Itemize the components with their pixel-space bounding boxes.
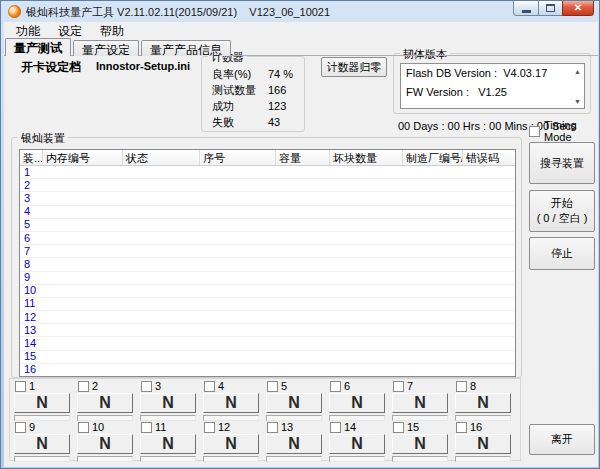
port-status-button[interactable]: N: [203, 434, 259, 454]
port-checkbox[interactable]: [456, 422, 467, 433]
counter-row: 测试数量166: [202, 82, 304, 98]
port-checkbox[interactable]: [141, 422, 152, 433]
devices-table-body: 12345678910111213141516: [20, 166, 515, 377]
counter-reset-button[interactable]: 计数器归零: [321, 57, 387, 77]
port-checkbox-row: 16: [456, 421, 518, 433]
menu-item-function[interactable]: 功能: [7, 22, 49, 38]
port-status-button[interactable]: N: [392, 393, 448, 413]
port-number: 12: [218, 421, 230, 433]
table-row[interactable]: 5: [20, 219, 515, 232]
menu-item-settings[interactable]: 设定: [49, 22, 91, 38]
column-header-4[interactable]: 容量: [276, 150, 330, 165]
start-button[interactable]: 开始 ( 0 / 空白 ): [529, 190, 595, 232]
table-row[interactable]: 15: [20, 351, 515, 364]
maximize-button[interactable]: [538, 0, 563, 16]
stop-button[interactable]: 停止: [529, 237, 595, 270]
port-checkbox[interactable]: [267, 422, 278, 433]
port-progress-bar: [140, 456, 196, 462]
table-row[interactable]: 11: [20, 298, 515, 311]
port-progress-bar: [203, 456, 259, 462]
tab-product-info[interactable]: 量产产品信息: [141, 40, 231, 56]
port-status-button[interactable]: N: [329, 393, 385, 413]
devices-title: 银灿装置: [18, 131, 68, 146]
port-status-button[interactable]: N: [455, 434, 511, 454]
column-header-1[interactable]: 内存编号: [43, 150, 123, 165]
column-header-2[interactable]: 状态: [123, 150, 200, 165]
minimize-button[interactable]: [513, 0, 539, 16]
port-checkbox[interactable]: [204, 381, 215, 392]
port-checkbox[interactable]: [456, 381, 467, 392]
column-header-7[interactable]: 错误码: [463, 150, 516, 165]
menu-item-help[interactable]: 帮助: [91, 22, 133, 38]
table-row[interactable]: 7: [20, 245, 515, 258]
port-checkbox-row: 12: [204, 421, 266, 433]
devices-groupbox: 银灿装置 装...内存编号状态序号容量坏块数量制造厂编号/产...错误码 123…: [11, 137, 522, 378]
port-checkbox-row: 6: [330, 380, 392, 392]
column-header-3[interactable]: 序号: [200, 150, 276, 165]
port-cell-5: 5N: [266, 380, 329, 420]
app-window: 银灿科技量产工具 V2.11.02.11(2015/09/21) V123_06…: [0, 0, 600, 469]
port-status-button[interactable]: N: [392, 434, 448, 454]
port-number: 8: [470, 380, 476, 392]
close-button[interactable]: ✕: [562, 0, 594, 16]
port-number: 9: [29, 421, 35, 433]
counter-row: 成功123: [202, 98, 304, 114]
port-status-button[interactable]: N: [329, 434, 385, 454]
port-checkbox[interactable]: [141, 381, 152, 392]
counter-groupbox: 计数器 良率(%)74 %测试数量166成功123失败43: [201, 56, 305, 132]
port-status-button[interactable]: N: [77, 393, 133, 413]
port-checkbox[interactable]: [393, 422, 404, 433]
table-row[interactable]: 4: [20, 206, 515, 219]
table-row[interactable]: 2: [20, 179, 515, 192]
table-row[interactable]: 14: [20, 337, 515, 350]
port-number: 1: [29, 380, 35, 392]
table-row[interactable]: 3: [20, 192, 515, 205]
port-status-button[interactable]: N: [14, 393, 70, 413]
port-status-button[interactable]: N: [77, 434, 133, 454]
table-row[interactable]: 8: [20, 258, 515, 271]
port-status-button[interactable]: N: [140, 434, 196, 454]
port-checkbox[interactable]: [393, 381, 404, 392]
tab-production-settings[interactable]: 量产设定: [73, 40, 139, 56]
row-number: 3: [20, 193, 30, 204]
table-row[interactable]: 10: [20, 285, 515, 298]
port-checkbox-row: 1: [15, 380, 77, 392]
port-status-button[interactable]: N: [455, 393, 511, 413]
port-checkbox[interactable]: [78, 381, 89, 392]
port-status-button[interactable]: N: [14, 434, 70, 454]
port-progress-bar: [455, 456, 511, 462]
column-header-0[interactable]: 装...: [20, 150, 43, 165]
row-number: 6: [20, 233, 30, 244]
port-number: 3: [155, 380, 161, 392]
port-checkbox[interactable]: [204, 422, 215, 433]
port-progress-bar: [329, 456, 385, 462]
column-header-5[interactable]: 坏块数量: [330, 150, 403, 165]
port-checkbox[interactable]: [330, 381, 341, 392]
table-row[interactable]: 13: [20, 324, 515, 337]
port-checkbox[interactable]: [78, 422, 89, 433]
port-status-button[interactable]: N: [140, 393, 196, 413]
table-row[interactable]: 9: [20, 272, 515, 285]
search-devices-button[interactable]: 搜寻装置: [529, 142, 595, 184]
counter-value: 74 %: [266, 68, 293, 80]
port-checkbox[interactable]: [15, 381, 26, 392]
exit-button[interactable]: 离开: [529, 424, 595, 455]
port-checkbox-row: 3: [141, 380, 203, 392]
scroll-up-icon[interactable]: ▲: [574, 68, 581, 75]
scroll-down-icon[interactable]: ▼: [574, 98, 581, 105]
port-checkbox[interactable]: [267, 381, 278, 392]
table-row[interactable]: 1: [20, 166, 515, 179]
tab-production-test[interactable]: 量产测试: [5, 38, 71, 56]
port-cell-15: 15N: [392, 421, 455, 461]
port-status-button[interactable]: N: [266, 434, 322, 454]
table-row[interactable]: 16: [20, 364, 515, 377]
table-row[interactable]: 6: [20, 232, 515, 245]
port-checkbox[interactable]: [15, 422, 26, 433]
table-row[interactable]: 12: [20, 311, 515, 324]
port-status-button[interactable]: N: [266, 393, 322, 413]
port-status-button[interactable]: N: [203, 393, 259, 413]
counter-label: 失败: [212, 115, 266, 130]
port-checkbox[interactable]: [330, 422, 341, 433]
timing-mode-checkbox[interactable]: [529, 126, 540, 137]
column-header-6[interactable]: 制造厂编号/产...: [403, 150, 463, 165]
